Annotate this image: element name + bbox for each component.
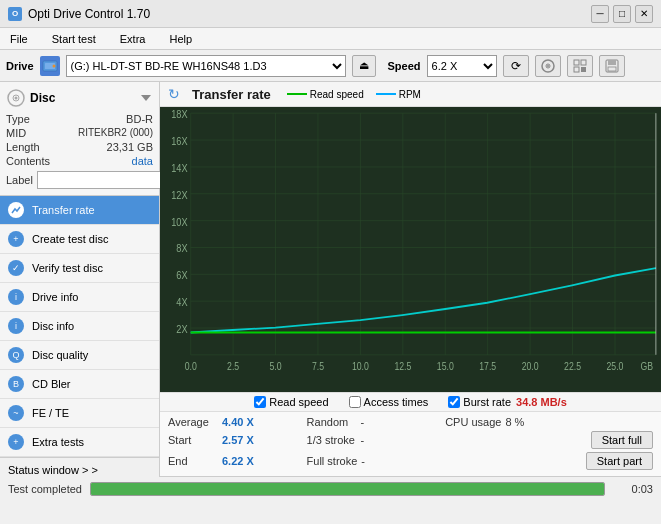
verify-test-disc-label: Verify test disc	[32, 262, 103, 274]
contents-label: Contents	[6, 155, 50, 167]
create-test-disc-icon: +	[8, 231, 24, 247]
chart-container: 18X 16X 14X 12X 10X 8X 6X 4X 2X 0.0 2.5 …	[160, 107, 661, 392]
end-key: End	[168, 455, 218, 467]
stat-start: Start 2.57 X	[168, 434, 307, 446]
legend-rpm-color	[376, 93, 396, 95]
settings-button[interactable]	[567, 55, 593, 77]
menu-start-test[interactable]: Start test	[46, 31, 102, 47]
sidebar-item-fe-te[interactable]: ~ FE / TE	[0, 399, 159, 428]
svg-rect-20	[191, 113, 656, 355]
start-val: 2.57 X	[222, 434, 267, 446]
cd-bler-label: CD Bler	[32, 378, 71, 390]
disc-panel-icon	[6, 88, 26, 108]
drive-info-label: Drive info	[32, 291, 78, 303]
speed-select[interactable]: 6.2 X	[427, 55, 497, 77]
random-key: Random	[307, 416, 357, 428]
status-window-label: Status window > >	[8, 464, 98, 476]
label-label: Label	[6, 174, 33, 186]
svg-text:10X: 10X	[171, 216, 188, 228]
speed-label: Speed	[388, 60, 421, 72]
sidebar-item-drive-info[interactable]: i Drive info	[0, 283, 159, 312]
sidebar-item-disc-quality[interactable]: Q Disc quality	[0, 341, 159, 370]
svg-text:10.0: 10.0	[352, 360, 369, 372]
svg-rect-8	[574, 67, 579, 72]
save-button[interactable]	[599, 55, 625, 77]
legend-rpm-label: RPM	[399, 89, 421, 100]
contents-value: data	[132, 155, 153, 167]
checkbox-burst-rate[interactable]: Burst rate 34.8 MB/s	[448, 396, 566, 408]
extra-tests-label: Extra tests	[32, 436, 84, 448]
label-input[interactable]	[37, 171, 172, 189]
stroke-1-3-val: -	[361, 434, 391, 446]
svg-point-15	[15, 97, 18, 100]
chart-area: ↻ Transfer rate Read speed RPM	[160, 82, 661, 476]
menu-extra[interactable]: Extra	[114, 31, 152, 47]
create-test-disc-label: Create test disc	[32, 233, 108, 245]
progress-bar-fill	[91, 483, 604, 495]
svg-text:7.5: 7.5	[312, 360, 324, 372]
minimize-button[interactable]: ─	[591, 5, 609, 23]
average-key: Average	[168, 416, 218, 428]
disc-panel-arrow	[139, 91, 153, 105]
drive-bar: Drive (G:) HL-DT-ST BD-RE WH16NS48 1.D3 …	[0, 50, 661, 82]
stats-row-3: End 6.22 X Full stroke - Start part	[168, 452, 653, 470]
legend-rpm: RPM	[376, 89, 421, 100]
extra-tests-icon: +	[8, 434, 24, 450]
full-stroke-val: -	[361, 455, 391, 467]
start-part-button[interactable]: Start part	[586, 452, 653, 470]
burst-rate-checkbox[interactable]	[448, 396, 460, 408]
app-title: Opti Drive Control 1.70	[28, 7, 150, 21]
burst-rate-cb-label: Burst rate	[463, 396, 511, 408]
checkbox-access-times[interactable]: Access times	[349, 396, 429, 408]
close-button[interactable]: ✕	[635, 5, 653, 23]
svg-text:0.0: 0.0	[185, 360, 197, 372]
svg-text:2X: 2X	[176, 323, 187, 335]
svg-text:5.0: 5.0	[270, 360, 282, 372]
svg-text:22.5: 22.5	[564, 360, 581, 372]
start-full-button[interactable]: Start full	[591, 431, 653, 449]
label-row: Label	[6, 171, 153, 189]
window-controls: ─ □ ✕	[591, 5, 653, 23]
fe-te-label: FE / TE	[32, 407, 69, 419]
sidebar-item-create-test-disc[interactable]: + Create test disc	[0, 225, 159, 254]
drive-select[interactable]: (G:) HL-DT-ST BD-RE WH16NS48 1.D3	[66, 55, 346, 77]
svg-point-2	[52, 64, 55, 67]
access-times-cb-label: Access times	[364, 396, 429, 408]
app-icon: O	[8, 7, 22, 21]
sidebar-item-transfer-rate[interactable]: Transfer rate	[0, 196, 159, 225]
disc-panel-header: Disc	[6, 88, 153, 108]
sidebar-item-verify-test-disc[interactable]: ✓ Verify test disc	[0, 254, 159, 283]
status-window-button[interactable]: Status window > >	[0, 457, 159, 482]
chart-svg: 18X 16X 14X 12X 10X 8X 6X 4X 2X 0.0 2.5 …	[160, 107, 661, 392]
access-times-checkbox[interactable]	[349, 396, 361, 408]
menu-help[interactable]: Help	[163, 31, 198, 47]
menu-file[interactable]: File	[4, 31, 34, 47]
eject-button[interactable]: ⏏	[352, 55, 376, 77]
drive-icon	[40, 56, 60, 76]
stat-stroke-1-3: 1/3 stroke -	[307, 434, 446, 446]
disc-button[interactable]	[535, 55, 561, 77]
sidebar-nav: Transfer rate + Create test disc ✓ Verif…	[0, 196, 159, 457]
sidebar-item-disc-info[interactable]: i Disc info	[0, 312, 159, 341]
length-label: Length	[6, 141, 40, 153]
stat-end: End 6.22 X	[168, 455, 307, 467]
maximize-button[interactable]: □	[613, 5, 631, 23]
disc-quality-icon: Q	[8, 347, 24, 363]
type-label: Type	[6, 113, 30, 125]
svg-rect-9	[581, 67, 586, 72]
chart-title: Transfer rate	[192, 87, 271, 102]
sidebar-item-cd-bler[interactable]: B CD Bler	[0, 370, 159, 399]
sidebar-item-extra-tests[interactable]: + Extra tests	[0, 428, 159, 457]
svg-rect-7	[581, 60, 586, 65]
svg-marker-16	[141, 95, 151, 101]
svg-point-5	[547, 65, 549, 67]
read-speed-checkbox[interactable]	[254, 396, 266, 408]
svg-text:18X: 18X	[171, 108, 188, 120]
checkbox-read-speed[interactable]: Read speed	[254, 396, 328, 408]
burst-rate-value: 34.8 MB/s	[516, 396, 567, 408]
svg-text:20.0: 20.0	[522, 360, 539, 372]
disc-info-icon: i	[8, 318, 24, 334]
svg-text:14X: 14X	[171, 162, 188, 174]
speed-refresh-button[interactable]: ⟳	[503, 55, 529, 77]
stroke-1-3-key: 1/3 stroke	[307, 434, 357, 446]
